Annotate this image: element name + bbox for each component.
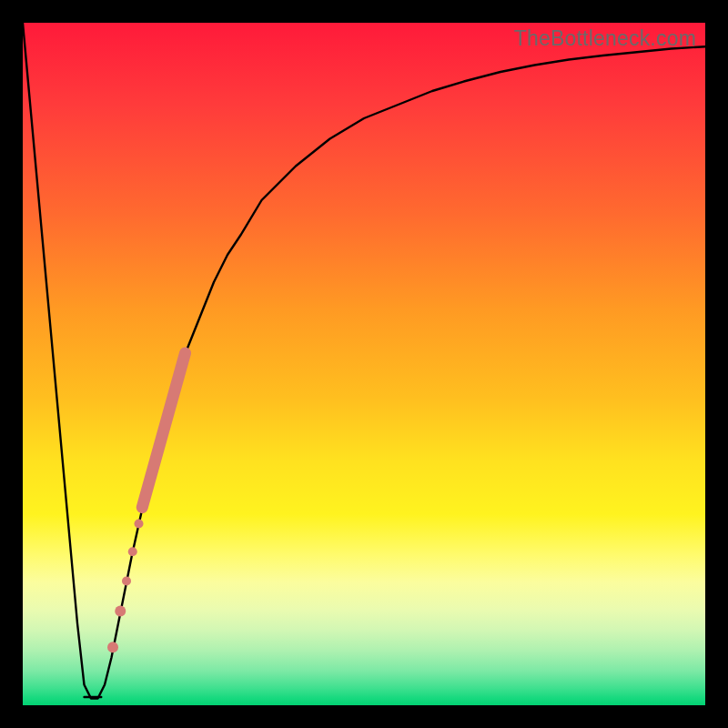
highlight-dot-0 xyxy=(107,642,118,652)
highlight-dot-4 xyxy=(135,520,144,529)
highlight-dot-3 xyxy=(128,547,137,556)
plot-area: TheBottleneck.com xyxy=(23,23,705,705)
watermark-text: TheBottleneck.com xyxy=(514,26,696,51)
bottleneck-curve xyxy=(23,23,705,699)
highlight-dot-1 xyxy=(115,606,126,617)
chart-frame: TheBottleneck.com xyxy=(0,0,728,728)
highlight-dot-2 xyxy=(122,577,131,586)
highlighted-range xyxy=(107,353,186,652)
chart-svg xyxy=(23,23,705,705)
highlight-thick-segment xyxy=(142,353,185,508)
